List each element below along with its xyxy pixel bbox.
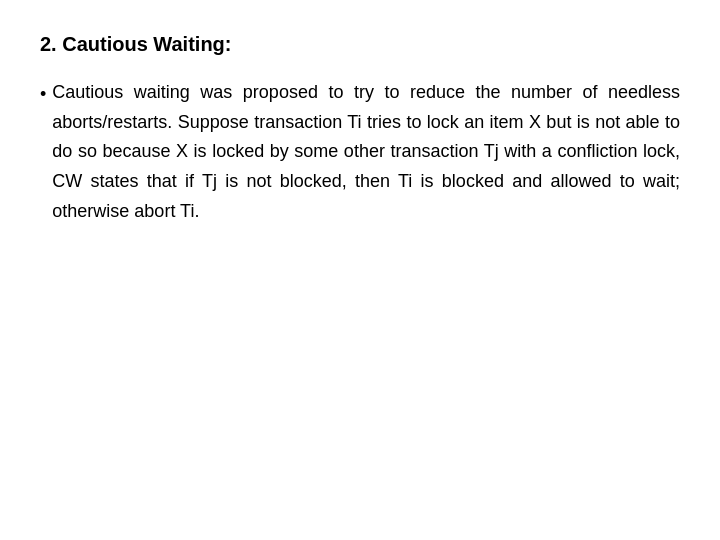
bullet-section: • Cautious waiting was proposed to try t… — [40, 78, 680, 226]
page-container: 2. Cautious Waiting: • Cautious waiting … — [0, 0, 720, 540]
bullet-symbol: • — [40, 80, 46, 109]
section-title: 2. Cautious Waiting: — [40, 30, 680, 58]
bullet-content: Cautious waiting was proposed to try to … — [52, 78, 680, 226]
